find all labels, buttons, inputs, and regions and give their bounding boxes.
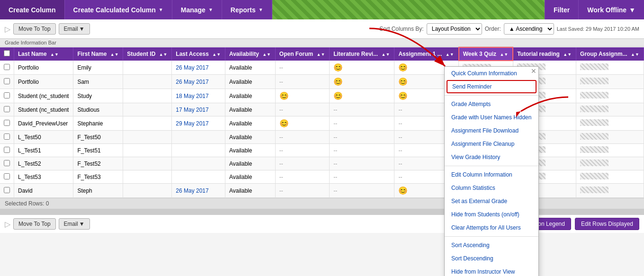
- row-checkbox[interactable]: [4, 173, 10, 179]
- row-checkbox-cell[interactable]: [0, 89, 14, 103]
- table-cell: Available: [225, 89, 275, 103]
- table-cell: 😊: [330, 75, 394, 89]
- reports-btn[interactable]: Reports ▼: [222, 0, 272, 19]
- last-access-link[interactable]: 26 May 2017: [176, 64, 208, 71]
- smiley-icon: 😊: [398, 63, 408, 71]
- col-student-id[interactable]: Student ID ▲▼: [123, 47, 172, 61]
- row-checkbox[interactable]: [4, 187, 10, 193]
- row-checkbox-cell[interactable]: [0, 184, 14, 198]
- hatch-pattern: [580, 63, 608, 70]
- dash-value: --: [398, 107, 402, 113]
- work-offline-btn[interactable]: Work Offline ▼: [578, 0, 644, 19]
- row-checkbox-cell[interactable]: [0, 103, 14, 116]
- table-cell: 18 May 2017: [172, 89, 225, 103]
- filter-btn[interactable]: Filter: [545, 0, 578, 19]
- smiley-icon: 😊: [398, 92, 408, 100]
- context-menu-item[interactable]: Column Statistics: [445, 181, 538, 195]
- last-access-link[interactable]: 26 May 2017: [176, 187, 208, 194]
- context-menu: ✕ Quick Column InformationSend ReminderG…: [444, 66, 539, 233]
- table-cell: Student (nc_student: [14, 103, 73, 116]
- row-checkbox-cell[interactable]: [0, 116, 14, 131]
- table-cell: L_Test53: [14, 170, 73, 184]
- smiley-icon: 😊: [398, 187, 408, 195]
- table-cell: F_Test50: [73, 131, 123, 144]
- dash-value: --: [279, 147, 283, 154]
- row-checkbox-cell[interactable]: [0, 61, 14, 75]
- row-checkbox[interactable]: [4, 147, 10, 153]
- last-access-link[interactable]: 26 May 2017: [176, 79, 208, 85]
- row-checkbox[interactable]: [4, 134, 10, 140]
- horizontal-scrollbar[interactable]: [0, 209, 644, 214]
- context-menu-item[interactable]: Grade Attempts: [445, 98, 538, 111]
- col-last-access[interactable]: Last Access ▲▼: [172, 47, 225, 61]
- table-cell: --: [275, 131, 329, 144]
- last-access-link[interactable]: 29 May 2017: [176, 120, 208, 127]
- create-calculated-column-btn[interactable]: Create Calculated Column ▼: [65, 0, 172, 19]
- close-icon[interactable]: ✕: [531, 68, 537, 74]
- sort-icon: ▲▼: [500, 52, 508, 57]
- hatch-pattern: [580, 146, 608, 153]
- table-cell: [576, 75, 644, 89]
- table-cell: Available: [225, 144, 275, 157]
- context-menu-item[interactable]: Edit Column Information: [445, 168, 538, 181]
- col-group-assignment[interactable]: Group Assignm... ▲▼: [576, 47, 644, 61]
- last-access-link[interactable]: 17 May 2017: [176, 107, 208, 113]
- edit-rows-displayed-button[interactable]: Edit Rows Displayed: [575, 218, 639, 230]
- table-cell: Available: [225, 184, 275, 198]
- row-checkbox[interactable]: [4, 78, 10, 84]
- row-checkbox-cell[interactable]: [0, 75, 14, 89]
- context-menu-item[interactable]: Hide from Students (on/off): [445, 208, 538, 221]
- col-first-name[interactable]: First Name ▲▼: [73, 47, 123, 61]
- select-all-checkbox[interactable]: [4, 50, 10, 56]
- col-assignment1[interactable]: Assignment 1 ... ▲▼: [394, 47, 459, 61]
- selected-rows-bar: Selected Rows: 0: [0, 198, 644, 209]
- row-checkbox[interactable]: [4, 64, 10, 70]
- create-column-btn[interactable]: Create Column: [0, 0, 65, 19]
- context-menu-item[interactable]: View Grade History: [445, 151, 538, 164]
- context-menu-item[interactable]: Quick Column Information: [445, 67, 538, 80]
- col-last-name[interactable]: Last Name ▲▼: [14, 47, 73, 61]
- dash-value: --: [279, 187, 283, 194]
- manage-btn[interactable]: Manage ▼: [172, 0, 222, 19]
- context-menu-item[interactable]: Set as External Grade: [445, 195, 538, 208]
- table-cell: [172, 144, 225, 157]
- hatch-pattern: [580, 106, 608, 112]
- context-menu-item[interactable]: Clear Attempts for All Users: [445, 221, 538, 233]
- table-cell: Available: [225, 75, 275, 89]
- email-button[interactable]: Email ▼: [59, 23, 90, 35]
- row-checkbox-cell[interactable]: [0, 157, 14, 170]
- row-checkbox[interactable]: [4, 92, 10, 98]
- table-cell: [123, 116, 172, 131]
- row-checkbox-cell[interactable]: [0, 170, 14, 184]
- smiley-icon: 😊: [279, 92, 289, 100]
- table-cell: [576, 116, 644, 131]
- smiley-icon: 😊: [333, 63, 343, 71]
- context-menu-item[interactable]: Assignment File Cleanup: [445, 137, 538, 151]
- select-all-checkbox-col[interactable]: [0, 47, 14, 61]
- table-cell: --: [330, 103, 394, 116]
- order-select[interactable]: ▲ Ascending: [504, 23, 554, 35]
- row-checkbox[interactable]: [4, 160, 10, 166]
- table-cell: --: [330, 157, 394, 170]
- row-checkbox[interactable]: [4, 120, 10, 126]
- context-menu-item[interactable]: Send Reminder: [447, 80, 537, 93]
- col-tutorial-reading[interactable]: Tutorial reading ▲▼: [513, 47, 576, 61]
- table-cell: 😊: [330, 89, 394, 103]
- row-checkbox[interactable]: [4, 106, 10, 112]
- col-open-forum[interactable]: Open Forum ▲▼: [275, 47, 329, 61]
- bottom-move-to-top-button[interactable]: Move To Top: [13, 218, 56, 230]
- col-literature-review[interactable]: Literature Revi... ▲▼: [330, 47, 394, 61]
- bottom-email-button[interactable]: Email ▼: [59, 218, 90, 230]
- row-checkbox-cell[interactable]: [0, 131, 14, 144]
- context-menu-item[interactable]: Assignment File Download: [445, 124, 538, 137]
- table-cell: 17 May 2017: [172, 103, 225, 116]
- toolbar-right: Sort Columns By: Layout Position Order: …: [379, 23, 639, 35]
- dash-value: --: [279, 107, 283, 113]
- row-checkbox-cell[interactable]: [0, 144, 14, 157]
- context-menu-item[interactable]: Grade with User Names Hidden: [445, 111, 538, 124]
- move-to-top-button[interactable]: Move To Top: [13, 23, 56, 35]
- col-week3-quiz[interactable]: Week 3 Quiz ▲▼: [459, 47, 513, 61]
- last-access-link[interactable]: 18 May 2017: [176, 93, 208, 99]
- col-availability[interactable]: Availability ▲▼: [225, 47, 275, 61]
- sort-columns-select[interactable]: Layout Position: [427, 23, 482, 35]
